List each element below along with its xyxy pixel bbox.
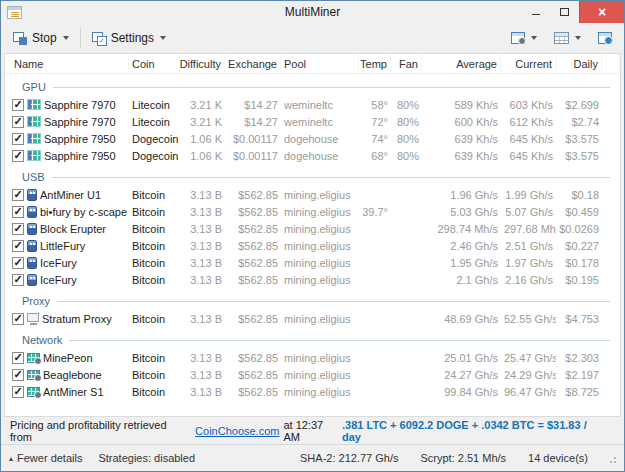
settings-dropdown-caret-icon[interactable] — [160, 36, 166, 40]
column-header-exchange[interactable]: Exchange — [225, 54, 281, 74]
current-cell: 645 Kh/s — [501, 133, 556, 145]
device-checkbox[interactable] — [12, 369, 24, 381]
device-count: 14 device(s) — [528, 452, 588, 464]
statusbar-right-group: SHA-2: 212.77 Gh/s Scrypt: 2.51 Mh/s 14 … — [300, 452, 616, 464]
difficulty-cell: 3.21 K — [180, 116, 225, 128]
table-row[interactable]: LittleFury Bitcoin 3.13 B $562.85 mining… — [5, 237, 620, 254]
device-checkbox[interactable] — [12, 189, 24, 201]
table-row[interactable]: AntMiner U1 Bitcoin 3.13 B $562.85 minin… — [5, 186, 620, 203]
toolbar: Stop Settings — [1, 23, 624, 53]
device-checkbox[interactable] — [12, 133, 24, 145]
stop-dropdown-caret-icon[interactable] — [63, 36, 69, 40]
column-chooser-caret-icon[interactable] — [575, 36, 581, 40]
table-row[interactable]: AntMiner S1 Bitcoin 3.13 B $562.85 minin… — [5, 383, 620, 400]
difficulty-cell: 3.13 B — [180, 257, 225, 269]
close-icon: × — [598, 4, 606, 20]
difficulty-cell: 3.13 B — [180, 274, 225, 286]
device-checkbox[interactable] — [12, 352, 24, 364]
column-header-name[interactable]: Name — [5, 54, 129, 74]
daily-cell: $0.18 — [556, 189, 602, 201]
table-row[interactable]: Beaglebone Bitcoin 3.13 B $562.85 mining… — [5, 366, 620, 383]
device-checkbox[interactable] — [12, 274, 24, 286]
column-header-temp[interactable]: Temp — [359, 54, 391, 74]
device-checkbox[interactable] — [12, 223, 24, 235]
minimize-button[interactable] — [521, 1, 550, 23]
table-row[interactable]: IceFury Bitcoin 3.13 B $562.85 mining.el… — [5, 271, 620, 288]
current-cell: 2.16 Gh/s — [501, 274, 556, 286]
group-header: GPU — [5, 77, 620, 96]
column-header-current[interactable]: Current — [501, 54, 556, 74]
details-panel-info-icon — [598, 32, 612, 44]
pool-cell: dogehouse — [281, 133, 359, 145]
daily-cell: $3.575 — [556, 150, 602, 162]
average-cell: 1.95 Gh/s — [422, 257, 501, 269]
name-cell: Beaglebone — [5, 369, 129, 381]
device-checkbox[interactable] — [12, 313, 24, 325]
resize-grip[interactable] — [614, 461, 616, 463]
gpu-device-icon — [27, 150, 41, 161]
titlebar[interactable]: MultiMiner × — [1, 1, 624, 23]
details-panel-button[interactable] — [591, 28, 619, 48]
pricing-timestamp: at 12:37 AM — [283, 419, 342, 443]
device-list-body: GPU Sapphire 7970 Litecoin 3.21 K $14.27… — [5, 74, 620, 400]
exchange-cell: $562.85 — [225, 189, 281, 201]
device-checkbox[interactable] — [12, 386, 24, 398]
column-header-fan[interactable]: Fan — [391, 54, 422, 74]
table-row[interactable]: Sapphire 7970 Litecoin 3.21 K $14.27 wem… — [5, 96, 620, 113]
exchange-cell: $0.00117 — [225, 133, 281, 145]
table-row[interactable]: Block Erupter Bitcoin 3.13 B $562.85 min… — [5, 220, 620, 237]
column-header-average[interactable]: Average — [422, 54, 501, 74]
device-name: AntMiner S1 — [43, 386, 104, 398]
maximize-button[interactable] — [550, 1, 579, 23]
device-name: Sapphire 7950 — [44, 150, 116, 162]
pool-cell: mining.eligius — [281, 206, 359, 218]
gpu-device-icon — [27, 99, 41, 110]
pricing-text: Pricing and profitability retrieved from — [10, 419, 191, 443]
window-controls: × — [521, 1, 624, 23]
difficulty-cell: 3.21 K — [180, 99, 225, 111]
coin-cell: Bitcoin — [129, 240, 180, 252]
device-checkbox[interactable] — [12, 257, 24, 269]
pool-cell: mining.eligius — [281, 313, 359, 325]
device-checkbox[interactable] — [12, 240, 24, 252]
pool-cell: mining.eligius — [281, 257, 359, 269]
pool-cell: mining.eligius — [281, 352, 359, 364]
settings-button[interactable]: Settings — [85, 27, 173, 49]
fewer-details-toggle[interactable]: ▴ Fewer details — [9, 452, 82, 464]
daily-cell: $2.699 — [556, 99, 602, 111]
device-checkbox[interactable] — [12, 116, 24, 128]
column-header-pool[interactable]: Pool — [281, 54, 359, 74]
usb-device-icon — [27, 240, 37, 252]
device-name: Sapphire 7970 — [44, 116, 116, 128]
daily-cell: $0.178 — [556, 257, 602, 269]
table-row[interactable]: MinePeon Bitcoin 3.13 B $562.85 mining.e… — [5, 349, 620, 366]
column-header-daily[interactable]: Daily — [556, 54, 602, 74]
table-row[interactable]: Sapphire 7970 Litecoin 3.21 K $14.27 wem… — [5, 113, 620, 130]
column-chooser-button[interactable] — [547, 28, 588, 48]
coin-cell: Bitcoin — [129, 386, 180, 398]
table-row[interactable]: Sapphire 7950 Dogecoin 1.06 K $0.00117 d… — [5, 147, 620, 164]
proxy-device-icon — [27, 313, 39, 322]
coinchoose-link[interactable]: CoinChoose.com — [195, 425, 279, 437]
table-row[interactable]: Sapphire 7950 Dogecoin 1.06 K $0.00117 d… — [5, 130, 620, 147]
device-checkbox[interactable] — [12, 150, 24, 162]
name-cell: Sapphire 7950 — [5, 150, 129, 162]
stop-button[interactable]: Stop — [6, 27, 76, 49]
close-button[interactable]: × — [579, 1, 624, 23]
difficulty-cell: 3.13 B — [180, 206, 225, 218]
column-header-difficulty[interactable]: Difficulty — [180, 54, 225, 74]
daily-cell: $2.303 — [556, 352, 602, 364]
device-checkbox[interactable] — [12, 206, 24, 218]
device-checkbox[interactable] — [12, 99, 24, 111]
table-row[interactable]: IceFury Bitcoin 3.13 B $562.85 mining.el… — [5, 254, 620, 271]
group-label: Proxy — [5, 295, 50, 307]
table-row[interactable]: Stratum Proxy Bitcoin 3.13 B $562.85 min… — [5, 310, 620, 327]
device-name: LittleFury — [40, 240, 85, 252]
strategies-status[interactable]: Strategies: disabled — [98, 452, 195, 464]
view-settings-button[interactable] — [504, 28, 544, 48]
column-header-coin[interactable]: Coin — [129, 54, 180, 74]
table-row[interactable]: bi•fury by c-scape Bitcoin 3.13 B $562.8… — [5, 203, 620, 220]
view-settings-caret-icon[interactable] — [531, 36, 537, 40]
difficulty-cell: 3.13 B — [180, 240, 225, 252]
pool-cell: wemineltc — [281, 99, 359, 111]
